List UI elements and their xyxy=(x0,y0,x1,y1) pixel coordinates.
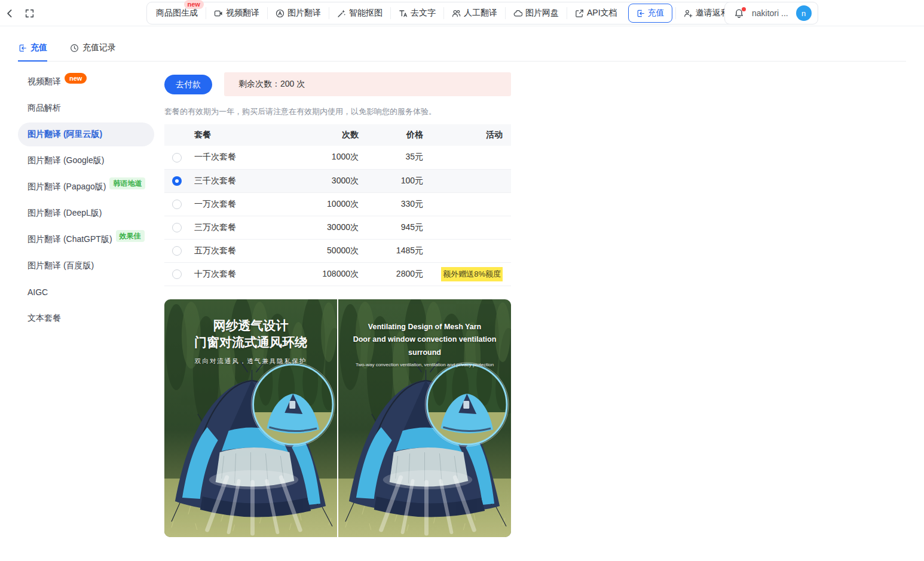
back-icon[interactable] xyxy=(5,8,15,19)
nav-item-translate-circle[interactable]: 图片翻译 xyxy=(267,7,329,19)
plan-radio[interactable] xyxy=(172,269,182,279)
radio-col-header xyxy=(164,124,192,146)
plan-row[interactable]: 三千次套餐3000次100元 xyxy=(164,169,511,192)
column-header: 活动 xyxy=(423,124,511,146)
plan-radio[interactable] xyxy=(172,200,182,209)
plan-price: 330元 xyxy=(359,192,423,216)
preview-image: 网纱透气设计 门窗对流式通风环绕 双向对流通风，透气兼具隐私保护 Ventila… xyxy=(164,299,511,537)
new-badge: new xyxy=(65,73,87,84)
plan-promo xyxy=(423,216,511,239)
nav-item-label: 人工翻译 xyxy=(464,8,497,19)
pay-button[interactable]: 去付款 xyxy=(164,75,212,94)
plan-count: 108000次 xyxy=(308,262,359,286)
tent-photo xyxy=(164,299,337,537)
sidebar-item[interactable]: AIGC xyxy=(18,280,154,304)
username[interactable]: nakitori ... xyxy=(752,8,788,18)
plan-name: 五万次套餐 xyxy=(192,239,308,262)
balance-banner: 剩余次数：200 次 xyxy=(224,72,511,96)
nav-item-remove-text[interactable]: 去文字 xyxy=(390,7,443,19)
plan-name: 一万次套餐 xyxy=(192,192,308,216)
column-header: 套餐 xyxy=(192,124,308,146)
plan-price: 1485元 xyxy=(359,239,423,262)
primary-nav: new商品图生成视频翻译图片翻译智能抠图去文字人工翻译图片网盘API文档充值邀请… xyxy=(146,2,739,24)
sidebar-item[interactable]: 视频翻译new xyxy=(18,70,154,94)
feature-badge: 效果佳 xyxy=(116,230,145,242)
feature-badge: 韩语地道 xyxy=(109,177,145,189)
plan-name: 一千次套餐 xyxy=(192,146,308,169)
nav-item-label: API文档 xyxy=(587,8,617,19)
nav-item-label: 图片翻译 xyxy=(287,8,321,19)
tab-label: 充值记录 xyxy=(82,42,116,53)
remove-text-icon xyxy=(399,9,408,18)
validity-note: 套餐的有效期为一年，购买后请注意在有效期内使用，以免影响您的服务体验。 xyxy=(164,106,511,117)
recharge-icon xyxy=(18,44,27,53)
sidebar-item-label: 图片翻译 (Google版) xyxy=(27,155,104,166)
nav-item-cloud[interactable]: 图片网盘 xyxy=(505,7,567,19)
tabs: 充值 充值记录 xyxy=(18,26,906,62)
plan-row[interactable]: 五万次套餐50000次1485元 xyxy=(164,239,511,262)
sidebar-item-label: 商品解析 xyxy=(27,103,61,114)
tab-label: 充值 xyxy=(30,42,47,53)
sidebar-item-label: 视频翻译 xyxy=(27,76,61,87)
sidebar-item[interactable]: 图片翻译 (ChatGPT版)效果佳 xyxy=(18,228,154,252)
plan-promo xyxy=(423,239,511,262)
plan-price: 35元 xyxy=(359,146,423,169)
sidebar-item-label: 文本套餐 xyxy=(27,313,61,324)
nav-item-external-doc[interactable]: API文档 xyxy=(567,7,625,19)
nav-item-video[interactable]: 视频翻译 xyxy=(206,7,267,19)
sidebar-item[interactable]: 图片翻译 (Papago版)韩语地道 xyxy=(18,175,154,199)
sidebar-item-label: 图片翻译 (DeepL版) xyxy=(27,208,102,219)
user-menu[interactable]: nakitori ... n xyxy=(724,2,818,24)
nav-item-magic-wand[interactable]: 智能抠图 xyxy=(329,7,390,19)
sidebar-item[interactable]: 文本套餐 xyxy=(18,306,154,330)
plan-radio[interactable] xyxy=(172,176,182,186)
plan-price: 2800元 xyxy=(359,262,423,286)
plan-count: 1000次 xyxy=(308,146,359,169)
tab-recharge-history[interactable]: 充值记录 xyxy=(70,35,116,61)
tab-recharge[interactable]: 充值 xyxy=(18,35,47,61)
content-area: 视频翻译new商品解析图片翻译 (阿里云版)图片翻译 (Google版)图片翻译… xyxy=(0,62,924,537)
promo-highlight: 额外赠送8%额度 xyxy=(441,267,503,281)
main-panel: 去付款 剩余次数：200 次 套餐的有效期为一年，购买后请注意在有效期内使用，以… xyxy=(164,70,511,537)
sidebar-item[interactable]: 图片翻译 (百度版) xyxy=(18,254,154,278)
plan-promo xyxy=(423,192,511,216)
nav-item-product-image-gen[interactable]: new商品图生成 xyxy=(148,7,206,19)
nav-item-people[interactable]: 人工翻译 xyxy=(443,7,505,19)
people-icon xyxy=(452,9,461,18)
plan-promo: 额外赠送8%额度 xyxy=(423,262,511,286)
bell-wrap[interactable] xyxy=(734,8,744,19)
sidebar-item[interactable]: 图片翻译 (DeepL版) xyxy=(18,201,154,225)
nav-item-label: 智能抠图 xyxy=(349,8,383,19)
plan-name: 三万次套餐 xyxy=(192,216,308,239)
plan-row[interactable]: 十万次套餐108000次2800元额外赠送8%额度 xyxy=(164,262,511,286)
plan-row[interactable]: 三万次套餐30000次945元 xyxy=(164,216,511,239)
preview-left-chinese: 网纱透气设计 门窗对流式通风环绕 双向对流通风，透气兼具隐私保护 xyxy=(164,299,337,537)
balance-text: 剩余次数：200 次 xyxy=(238,79,305,90)
column-header: 价格 xyxy=(359,124,423,146)
sidebar-item[interactable]: 商品解析 xyxy=(18,96,154,120)
translate-circle-icon xyxy=(276,9,284,18)
sidebar-item-label: 图片翻译 (百度版) xyxy=(27,260,94,271)
sidebar-item[interactable]: 图片翻译 (阿里云版) xyxy=(18,122,154,146)
plan-row[interactable]: 一千次套餐1000次35元 xyxy=(164,146,511,169)
sidebar-item[interactable]: 图片翻译 (Google版) xyxy=(18,149,154,173)
nav-item-recharge[interactable]: 充值 xyxy=(628,4,672,23)
recharge-icon xyxy=(636,9,645,18)
plan-count: 3000次 xyxy=(308,169,359,192)
tent-photo xyxy=(338,299,511,537)
plan-radio[interactable] xyxy=(172,223,182,232)
window-controls xyxy=(5,0,35,26)
sidebar-item-label: 图片翻译 (Papago版) xyxy=(27,182,106,192)
pay-row: 去付款 剩余次数：200 次 xyxy=(164,72,511,96)
plan-promo xyxy=(423,169,511,192)
plan-row[interactable]: 一万次套餐10000次330元 xyxy=(164,192,511,216)
video-icon xyxy=(214,9,223,18)
plan-name: 三千次套餐 xyxy=(192,169,308,192)
fullscreen-icon[interactable] xyxy=(25,8,35,19)
avatar[interactable]: n xyxy=(796,5,812,21)
top-bar: new商品图生成视频翻译图片翻译智能抠图去文字人工翻译图片网盘API文档充值邀请… xyxy=(0,0,924,26)
plan-radio[interactable] xyxy=(172,153,182,163)
magic-wand-icon xyxy=(337,9,346,18)
plan-radio[interactable] xyxy=(172,246,182,256)
notification-dot xyxy=(742,7,746,11)
